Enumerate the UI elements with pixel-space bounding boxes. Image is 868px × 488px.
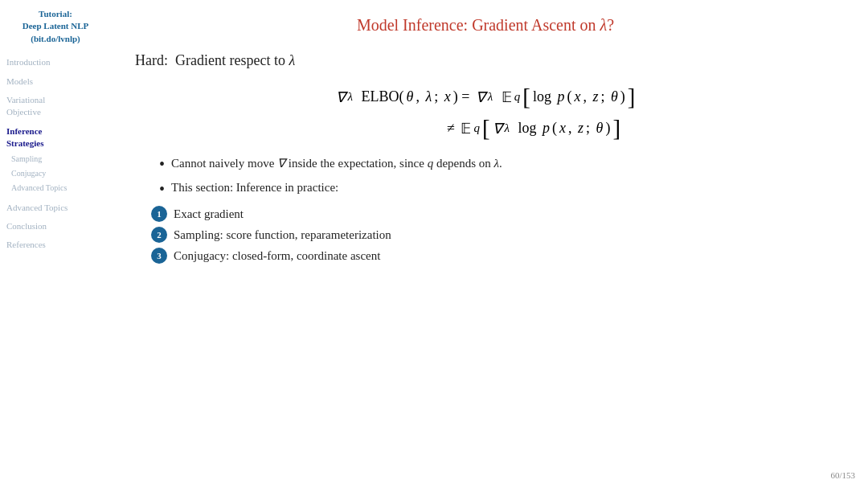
sub-item-text-2: Sampling: score function, reparameteriza… — [174, 228, 391, 242]
bullet-text-2: This section: Inference in practice: — [171, 181, 338, 195]
sidebar-item-inference-strategies[interactable]: InferenceStrategies — [6, 125, 104, 150]
sidebar-item-case-studies[interactable]: Conclusion — [6, 220, 104, 232]
sub-item-text-3: Conjugacy: closed-form, coordinate ascen… — [174, 249, 380, 263]
bullet-item-2: • This section: Inference in practice: — [159, 181, 836, 198]
num-badge-1: 1 — [151, 206, 167, 222]
bullet-dot-1: • — [159, 155, 165, 173]
sidebar-item-introduction[interactable]: Introduction — [6, 56, 104, 68]
sub-item-1: 1 Exact gradient — [151, 206, 836, 222]
sub-list: 1 Exact gradient 2 Sampling: score funct… — [151, 206, 836, 264]
page-number: 60/153 — [830, 470, 855, 480]
sidebar-item-variational-objective[interactable]: VariationalObjective — [6, 94, 104, 119]
sidebar-item-conjugacy[interactable]: Advanced Topics — [11, 182, 104, 194]
sidebar-item-exact-gradient[interactable]: Sampling — [11, 154, 104, 165]
bullet-text-1: Cannot naively move ∇ inside the expecta… — [171, 156, 502, 170]
sidebar-item-models[interactable]: Models — [6, 76, 104, 88]
num-badge-2: 2 — [151, 227, 167, 243]
sidebar-item-advanced-topics[interactable]: Advanced Topics — [6, 202, 104, 214]
bullet-list: • Cannot naively move ∇ inside the expec… — [159, 156, 836, 198]
sub-item-2: 2 Sampling: score function, reparameteri… — [151, 227, 836, 243]
bullet-dot-2: • — [159, 180, 165, 198]
section-heading: Hard: Gradient respect to λ — [135, 52, 836, 69]
sidebar-title: Tutorial: Deep Latent NLP (bit.do/lvnlp) — [6, 8, 104, 45]
main-content: Model Inference: Gradient Ascent on λ? H… — [111, 0, 868, 488]
sidebar-item-sampling[interactable]: Conjugacy — [11, 168, 104, 179]
sidebar-item-conclusion[interactable]: References — [6, 239, 104, 251]
sub-item-3: 3 Conjugacy: closed-form, coordinate asc… — [151, 248, 836, 264]
num-badge-3: 3 — [151, 248, 167, 264]
math-equation-1: ∇λ ELBO(θ, λ; x) = ∇λ 𝔼q [ log p(x, z; θ… — [135, 84, 836, 141]
slide-title: Model Inference: Gradient Ascent on λ? — [135, 16, 836, 35]
sidebar: Tutorial: Deep Latent NLP (bit.do/lvnlp)… — [0, 0, 111, 488]
sub-item-text-1: Exact gradient — [174, 207, 244, 221]
bullet-item-1: • Cannot naively move ∇ inside the expec… — [159, 156, 836, 173]
